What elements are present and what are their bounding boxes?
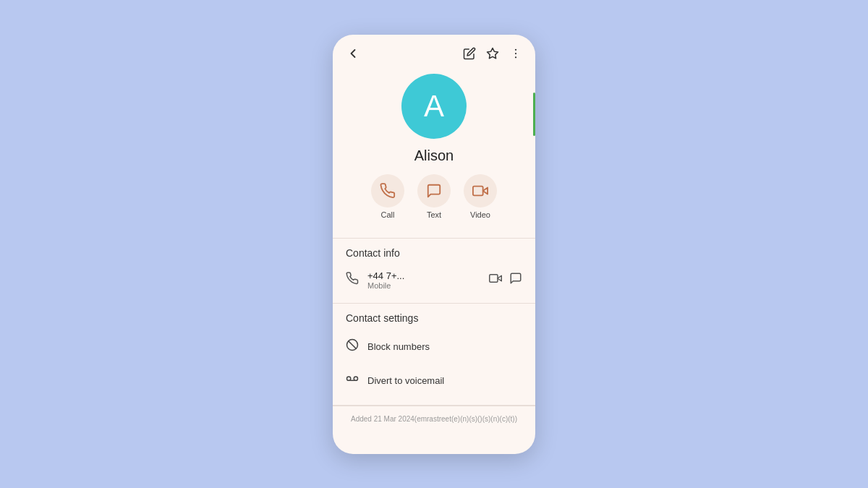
avatar: A: [401, 74, 467, 139]
video-button[interactable]: Video: [464, 174, 497, 219]
video-icon-circle: [464, 174, 497, 207]
svg-point-1: [515, 48, 516, 50]
phone-icon: [346, 272, 359, 288]
contact-settings-title: Contact settings: [333, 304, 535, 330]
footer: Added 21 Mar 2024(emrastreet(e)(n)(s)()(…: [333, 406, 535, 435]
phone-frame: A Alison Call Text: [333, 35, 535, 454]
svg-rect-7: [490, 274, 498, 282]
action-buttons: Call Text Video: [371, 174, 497, 219]
phone-details: +44 7+... Mobile: [367, 270, 404, 290]
contact-name: Alison: [414, 147, 454, 164]
svg-point-10: [347, 377, 351, 380]
text-label: Text: [427, 210, 441, 219]
voicemail-icon: [346, 372, 359, 389]
svg-rect-5: [473, 186, 483, 195]
back-button[interactable]: [346, 46, 360, 61]
contact-info-title: Contact info: [333, 239, 535, 265]
top-bar: [333, 35, 535, 67]
contact-info-row: +44 7+... Mobile: [333, 265, 535, 296]
svg-marker-6: [498, 275, 501, 281]
divert-voicemail-item[interactable]: Divert to voicemail: [333, 364, 535, 398]
call-icon-circle: [371, 174, 404, 207]
block-icon: [346, 338, 359, 355]
svg-point-11: [354, 377, 357, 380]
phone-number: +44 7+...: [367, 270, 404, 281]
contact-settings-section: Contact settings Block numbers Divert to…: [333, 304, 535, 398]
block-numbers-label: Block numbers: [367, 341, 430, 352]
svg-line-9: [349, 341, 357, 348]
text-button[interactable]: Text: [417, 174, 451, 219]
text-icon-circle: [417, 174, 451, 207]
more-button[interactable]: [509, 47, 522, 60]
phone-type: Mobile: [367, 281, 404, 290]
avatar-section: A Alison Call Text: [333, 67, 535, 231]
call-label: Call: [381, 210, 395, 219]
video-label: Video: [470, 210, 490, 219]
divert-voicemail-label: Divert to voicemail: [367, 375, 444, 386]
edit-button[interactable]: [463, 47, 476, 60]
svg-marker-4: [483, 187, 488, 194]
svg-point-2: [515, 52, 516, 53]
scroll-indicator: [533, 93, 535, 136]
call-button[interactable]: Call: [371, 174, 404, 219]
contact-info-actions: [489, 272, 522, 288]
video-call-icon[interactable]: [489, 272, 502, 288]
svg-marker-0: [488, 48, 498, 58]
top-bar-right-icons: [463, 47, 522, 60]
svg-point-3: [515, 56, 516, 58]
star-button[interactable]: [486, 47, 499, 60]
block-numbers-item[interactable]: Block numbers: [333, 330, 535, 364]
contact-info-section: Contact info +44 7+... Mobile: [333, 239, 535, 296]
message-icon[interactable]: [509, 272, 522, 288]
contact-info-left: +44 7+... Mobile: [346, 270, 404, 290]
